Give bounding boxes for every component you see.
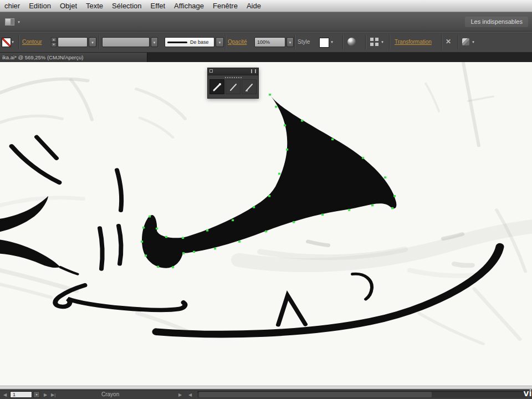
path-eraser-tool-button[interactable] [242, 79, 257, 94]
canvas-area[interactable] [0, 62, 532, 386]
fill-none-swatch-icon[interactable] [2, 38, 11, 47]
opacity-dropdown-icon[interactable]: ▼ [287, 37, 294, 47]
menu-texte[interactable]: Texte [81, 2, 108, 10]
menu-selection[interactable]: Sélection [108, 2, 146, 10]
divider [389, 35, 390, 49]
artboard-dropdown-icon[interactable]: ▼ [33, 391, 40, 398]
ink-artwork [0, 95, 500, 334]
video-watermark: vi [524, 388, 532, 399]
smooth-icon [228, 81, 239, 93]
divider [18, 35, 19, 49]
menu-edition[interactable]: Edition [24, 2, 55, 10]
divider [365, 35, 366, 49]
artboard-number-field[interactable]: 1 [10, 391, 32, 398]
fill-dropdown-icon[interactable]: ▼ [11, 40, 14, 44]
squiggle-stroke[interactable] [55, 285, 185, 310]
stroke-weight-stepper[interactable]: ▲ ▼ [51, 37, 57, 48]
menu-affichage[interactable]: Affichage [170, 2, 208, 10]
workspace-switcher-button[interactable]: Les indispensables [465, 17, 528, 27]
tool-status-text: Crayon [101, 391, 119, 397]
status-bar: ◀ 1 ▼ ▶ ▶| Crayon ▶ ◀ [0, 390, 532, 399]
status-scroll-thumb[interactable] [199, 392, 432, 397]
opacity-field[interactable]: 100% [254, 37, 285, 47]
stroke-panel-link[interactable]: Contour [22, 39, 42, 45]
tooth-outline[interactable] [278, 295, 305, 325]
stroke-weight-dropdown-icon[interactable]: ▼ [89, 37, 96, 47]
brush-definition-field[interactable] [102, 37, 150, 47]
stroke-weight-field[interactable] [58, 37, 88, 47]
document-tab[interactable]: ika.ai* @ 569,25% (CMJN/Aperçu) [0, 53, 147, 62]
divider [458, 35, 458, 49]
menu-bar: chier Edition Objet Texte Sélection Effe… [0, 0, 532, 12]
align-options-icon[interactable] [370, 38, 378, 46]
palette-tool-row [208, 79, 258, 94]
brush-definition-dropdown-icon[interactable]: ▼ [151, 37, 158, 47]
smooth-tool-button[interactable] [226, 79, 241, 94]
panel-menu-icon[interactable] [209, 69, 213, 73]
pencil-tools-palette[interactable] [207, 68, 259, 99]
transform-panel-link[interactable]: Transformation [395, 39, 432, 45]
menu-objet[interactable]: Objet [55, 2, 81, 10]
arrange-documents-icon[interactable] [5, 18, 14, 25]
artboard-next-icon[interactable]: ▶ [44, 392, 47, 397]
style-label: Style [298, 39, 310, 45]
select-similar-icon[interactable] [462, 38, 469, 45]
stepper-down-icon[interactable]: ▼ [51, 42, 57, 47]
divider [441, 35, 442, 49]
isolate-object-icon[interactable]: ✕ [446, 38, 451, 45]
status-scroll-track[interactable] [197, 391, 526, 398]
recolor-artwork-icon[interactable] [347, 38, 356, 46]
panel-collapse-icon[interactable] [251, 69, 256, 73]
artboard-prev-icon[interactable]: ◀ [3, 392, 7, 397]
menu-aide[interactable]: Aide [242, 2, 265, 10]
width-profile-dropdown-icon[interactable]: ▼ [216, 37, 224, 47]
selected-swoosh-path[interactable] [142, 95, 396, 268]
palette-drag-grip[interactable] [225, 77, 242, 78]
scroll-left-icon[interactable]: ◀ [188, 392, 192, 397]
application-bar: ▼ Les indispensables [0, 12, 532, 32]
align-dropdown-icon[interactable]: ▼ [381, 40, 384, 44]
horizontal-scrollbar[interactable] [0, 386, 532, 390]
graphic-style-swatch[interactable] [319, 38, 329, 48]
pencil-tool-button[interactable] [209, 79, 224, 94]
left-swoosh-tail[interactable] [60, 267, 78, 274]
style-dropdown-icon[interactable]: ▼ [330, 40, 334, 44]
select-similar-dropdown-icon[interactable]: ▼ [472, 40, 475, 44]
canvas-artwork [0, 62, 532, 386]
stroke-profile-line-icon [167, 42, 187, 43]
mouth-curl-stroke[interactable] [352, 274, 372, 299]
pencil-icon [212, 81, 223, 93]
artboard-last-icon[interactable]: ▶| [51, 392, 55, 397]
divider [342, 35, 343, 49]
illustrator-window: chier Edition Objet Texte Sélection Effe… [0, 0, 532, 399]
stepper-up-icon[interactable]: ▲ [51, 37, 57, 42]
scroll-right-icon[interactable]: ▶ [178, 392, 182, 397]
palette-title-bar[interactable] [208, 68, 258, 75]
menu-effet[interactable]: Effet [146, 2, 170, 10]
divider [294, 35, 295, 49]
document-tab-bar: ika.ai* @ 569,25% (CMJN/Aperçu) [0, 53, 532, 62]
divider [225, 35, 226, 49]
divider [99, 35, 99, 49]
left-swoosh-lower[interactable] [0, 240, 60, 268]
control-bar: ▼ Contour ▲ ▼ ▼ ▼ De base ▼ Opacité 100%… [0, 32, 532, 53]
opacity-panel-link[interactable]: Opacité [228, 39, 247, 45]
menu-fichier[interactable]: chier [0, 2, 24, 10]
menu-fenetre[interactable]: Fenêtre [208, 2, 242, 10]
width-profile-field[interactable]: De base [165, 37, 214, 47]
width-profile-value: De base [190, 38, 209, 47]
arrange-documents-dropdown-icon[interactable]: ▼ [17, 21, 21, 24]
path-eraser-icon [244, 81, 255, 93]
